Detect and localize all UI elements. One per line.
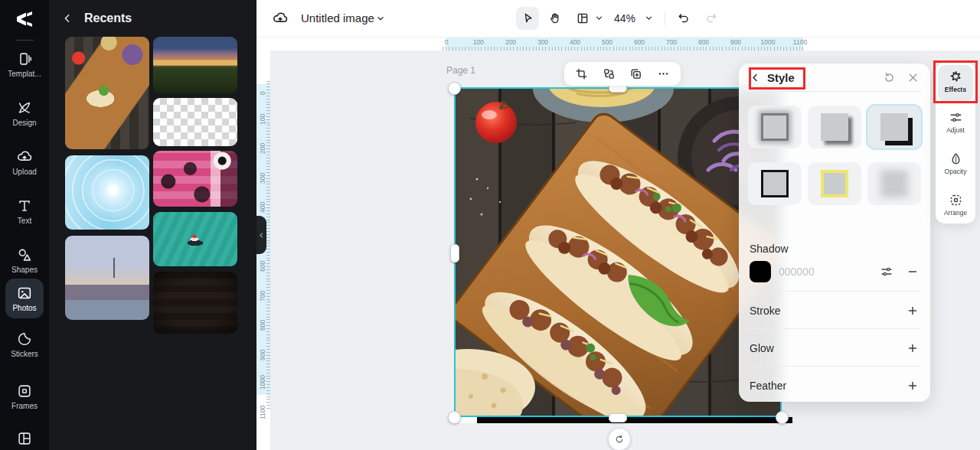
sidebar-item-text[interactable]: Text [0, 197, 49, 225]
sidebar-item-stickers[interactable]: Stickers [0, 331, 49, 358]
sidebar-item-label: Upload [0, 168, 49, 176]
ruler-tick-label: 200 [259, 129, 266, 154]
preset-black-border[interactable] [748, 162, 802, 205]
shadow-color-swatch[interactable] [750, 261, 771, 282]
sidebar-item-shapes[interactable]: Shapes [0, 246, 49, 274]
handle-bottom-right[interactable] [776, 411, 789, 424]
rail-item-opacity[interactable]: Opacity [938, 152, 973, 175]
title-dropdown[interactable] [375, 13, 386, 24]
design-icon [16, 99, 33, 116]
rotate-icon [614, 434, 625, 445]
crop-icon [575, 67, 588, 80]
preset-swatch [761, 170, 789, 197]
recents-panel: Recents [49, 0, 256, 450]
sidebar-item-photos-selected[interactable]: Photos [5, 279, 44, 318]
preset-feather-blur[interactable] [867, 162, 921, 205]
ruler-tick-label: 1000 [758, 38, 778, 46]
add-stroke-icon[interactable] [906, 304, 920, 318]
hand-tool-button[interactable] [544, 7, 567, 30]
add-feather-icon[interactable] [906, 379, 920, 393]
rail-item-arrange[interactable]: Arrange [938, 193, 973, 217]
frames-icon [16, 383, 33, 399]
sidebar-item-upload[interactable]: Upload [0, 148, 49, 176]
canvas-layout-button[interactable] [571, 7, 594, 30]
reset-icon[interactable] [883, 71, 896, 84]
canvas-image-tacos[interactable] [454, 87, 782, 417]
thumbnail-city-skyline[interactable] [65, 236, 149, 320]
text-icon [16, 197, 33, 214]
preset-yellow-border[interactable] [808, 162, 861, 205]
handle-bottom-left[interactable] [448, 411, 461, 424]
rail-item-label: Opacity [938, 168, 973, 175]
ruler-corner [256, 37, 270, 51]
remove-shadow-icon[interactable] [906, 265, 920, 279]
sidebar-item-templates[interactable]: Templat... [0, 51, 49, 78]
zoom-level[interactable]: 44% [614, 12, 635, 24]
zoom-dropdown[interactable] [644, 13, 654, 23]
preset-border-glow[interactable] [748, 106, 802, 148]
thumbnail-blue-abstract[interactable] [65, 155, 149, 230]
top-toolbar: Untitled image 44% [256, 0, 980, 38]
stroke-row[interactable]: Stroke [750, 301, 920, 321]
style-panel-header: Style [739, 64, 930, 91]
shadow-settings-icon[interactable] [880, 265, 893, 279]
handle-middle-left[interactable] [450, 244, 459, 262]
capcut-logo-icon[interactable] [13, 8, 36, 31]
document-title[interactable]: Untitled image [301, 11, 374, 24]
layout-dropdown[interactable] [594, 13, 604, 23]
thumbnail-bridge[interactable] [153, 37, 237, 93]
sidebar-item-design[interactable]: Design [0, 99, 49, 127]
thumbnail-dark-wood[interactable] [153, 272, 237, 334]
rail-item-label: Adjust [938, 126, 973, 134]
feather-row[interactable]: Feather [750, 376, 920, 396]
cloud-save-button[interactable] [270, 9, 290, 28]
thumbnail-pink-collage[interactable] [153, 151, 237, 207]
back-chevron-icon[interactable] [61, 12, 74, 24]
panel-collapse-handle[interactable] [256, 216, 266, 254]
style-presets-row-2 [748, 162, 921, 205]
tacos-photo-art [454, 87, 782, 417]
add-glow-icon[interactable] [906, 341, 920, 355]
stickers-icon [16, 331, 33, 347]
shadow-hex-value[interactable]: 000000 [779, 266, 815, 278]
undo-button[interactable] [673, 8, 694, 29]
select-tool-button[interactable] [516, 7, 539, 30]
handle-top-left[interactable] [448, 82, 461, 95]
ruler-tick-label: 800 [694, 38, 714, 46]
thumbnail-tacos[interactable] [65, 37, 149, 149]
duplicate-button[interactable] [626, 64, 646, 84]
cloud-icon [272, 10, 289, 27]
rail-item-effects[interactable]: Effects [938, 65, 973, 102]
back-chevron-icon[interactable] [750, 72, 761, 83]
redo-button[interactable] [701, 8, 722, 29]
close-icon[interactable] [906, 71, 920, 84]
glow-row[interactable]: Glow [750, 338, 920, 358]
app-window: Templat... Design Upload Text S [0, 0, 980, 450]
effects-rail: Effects Adjust Opacity Arrange [936, 63, 975, 223]
layout-icon [576, 11, 590, 25]
replace-button[interactable] [599, 64, 619, 84]
collage-icon [16, 430, 33, 447]
rotate-handle[interactable] [608, 428, 631, 450]
toolbar-divider [665, 11, 665, 25]
sidebar-item-frames[interactable]: Frames [0, 383, 49, 410]
selection-toolbar [564, 62, 681, 86]
recents-header: Recents [61, 8, 132, 29]
shapes-icon [16, 246, 33, 263]
divider [748, 91, 921, 92]
preset-offset-frame-selected[interactable] [867, 106, 921, 148]
thumbnail-transparent[interactable] [153, 98, 237, 146]
rail-item-adjust[interactable]: Adjust [938, 110, 973, 134]
thumbnail-boat[interactable] [153, 212, 237, 266]
sidebar-item-collage[interactable]: Collage [0, 430, 49, 450]
crop-button[interactable] [572, 64, 592, 84]
photos-icon [16, 285, 33, 302]
handle-bottom-middle[interactable] [609, 413, 627, 422]
style-panel: Style Shadow 000000 [739, 64, 930, 402]
divider [748, 291, 921, 292]
ruler-tick-label: 600 [629, 38, 649, 46]
ruler-tick-label: 0 [259, 70, 266, 95]
preset-drop-shadow[interactable] [808, 106, 861, 148]
replace-icon [603, 67, 616, 80]
more-options-button[interactable] [653, 64, 673, 84]
